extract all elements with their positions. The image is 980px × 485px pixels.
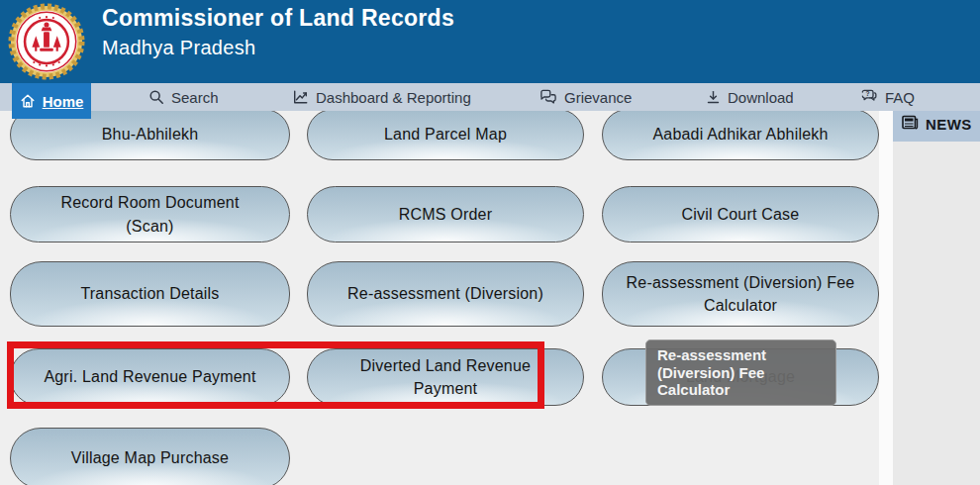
button-agri-land-revenue-payment[interactable]: Agri. Land Revenue Payment xyxy=(10,348,290,406)
sidebar-divider xyxy=(879,106,893,485)
main-nav: Home Search Dashboard & Reporting xyxy=(0,83,980,111)
page: Bhu-Abhilekh Land Parcel Map Aabadi Adhi… xyxy=(0,0,980,485)
button-label: Re-assessment (Diversion) Fee Calculator xyxy=(615,271,866,317)
chat-bubbles-icon xyxy=(539,89,557,105)
button-diverted-land-revenue-payment[interactable]: Diverted Land Revenue Payment xyxy=(307,348,584,406)
button-record-room-document-scan[interactable]: Record Room Document (Scan) xyxy=(10,186,290,242)
button-land-parcel-map[interactable]: Land Parcel Map xyxy=(307,109,584,160)
button-label: Transaction Details xyxy=(80,282,219,305)
search-icon xyxy=(148,89,164,105)
news-panel-body xyxy=(893,142,980,485)
button-civil-court-case[interactable]: Civil Court Case xyxy=(602,186,879,242)
button-transaction-details[interactable]: Transaction Details xyxy=(10,261,290,327)
button-reassessment-diversion[interactable]: Re-assessment (Diversion) xyxy=(307,261,584,327)
nav-label: Search xyxy=(171,89,219,106)
nav-item-faq[interactable]: ? FAQ xyxy=(860,83,915,111)
nav-item-home[interactable]: Home xyxy=(12,83,91,119)
site-title: Commissioner of Land Records xyxy=(102,5,454,32)
button-label: Re-assessment (Diversion) xyxy=(347,282,543,305)
nav-item-grievance[interactable]: Grievance xyxy=(539,83,632,111)
button-rcms-order[interactable]: RCMS Order xyxy=(307,186,584,242)
button-label: Bhu-Abhilekh xyxy=(102,123,199,146)
button-label: Record Room Document (Scan) xyxy=(35,191,265,237)
nav-item-download[interactable]: Download xyxy=(706,83,794,111)
button-label: Agri. Land Revenue Payment xyxy=(44,365,255,388)
madhya-pradesh-emblem-logo xyxy=(8,3,85,80)
button-aabadi-adhikar-abhilekh[interactable]: Aabadi Adhikar Abhilekh xyxy=(602,109,879,160)
button-label: Civil Court Case xyxy=(682,203,800,226)
nav-item-dashboard-reporting[interactable]: Dashboard & Reporting xyxy=(292,83,471,111)
nav-label: Download xyxy=(728,89,794,106)
button-label: Diverted Land Revenue Payment xyxy=(338,354,553,400)
home-icon xyxy=(20,93,36,109)
faq-bubble-icon: ? xyxy=(860,89,878,105)
button-reassessment-diversion-fee-calculator[interactable]: Re-assessment (Diversion) Fee Calculator xyxy=(602,261,879,327)
button-label: Land Parcel Map xyxy=(384,123,507,146)
button-label: Village Map Purchase xyxy=(71,446,229,469)
nav-label: FAQ xyxy=(885,89,915,106)
site-header: Commissioner of Land Records Madhya Prad… xyxy=(0,0,980,83)
nav-label: Grievance xyxy=(564,89,632,106)
nav-item-search[interactable]: Search xyxy=(148,83,219,111)
news-panel-title: NEWS xyxy=(926,116,972,133)
nav-label: Home xyxy=(43,93,84,110)
news-panel: NEWS xyxy=(893,106,980,485)
button-label: RCMS Order xyxy=(399,203,492,226)
button-label: Aabadi Adhikar Abhilekh xyxy=(652,123,828,146)
download-icon xyxy=(706,89,721,105)
line-chart-icon xyxy=(292,89,309,105)
svg-text:?: ? xyxy=(866,90,870,97)
newspaper-icon xyxy=(902,115,919,133)
button-village-map-purchase[interactable]: Village Map Purchase xyxy=(10,428,290,485)
site-subtitle: Madhya Pradesh xyxy=(102,37,255,59)
news-panel-header: NEWS xyxy=(893,106,980,142)
nav-label: Dashboard & Reporting xyxy=(316,89,471,106)
tooltip: Re-assessment (Diversion) Fee Calculator xyxy=(645,340,836,406)
